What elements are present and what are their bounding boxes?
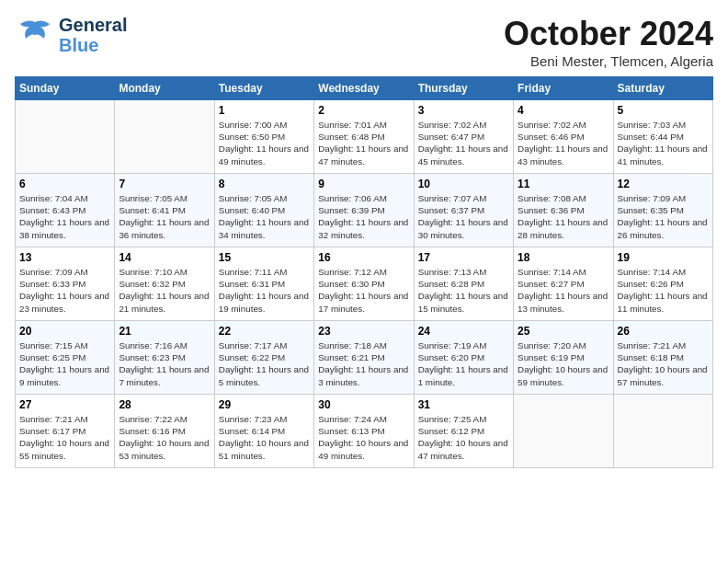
title-block: October 2024 Beni Mester, Tlemcen, Alger…	[504, 15, 713, 69]
calendar-cell: 2Sunrise: 7:01 AM Sunset: 6:48 PM Daylig…	[314, 100, 414, 174]
day-info: Sunrise: 7:00 AM Sunset: 6:50 PM Dayligh…	[219, 119, 310, 167]
day-info: Sunrise: 7:14 AM Sunset: 6:26 PM Dayligh…	[618, 266, 709, 315]
calendar-week-row: 20Sunrise: 7:15 AM Sunset: 6:25 PM Dayli…	[16, 321, 713, 395]
calendar-cell: 13Sunrise: 7:09 AM Sunset: 6:33 PM Dayli…	[16, 247, 115, 321]
day-number: 31	[418, 398, 509, 411]
calendar-cell: 19Sunrise: 7:14 AM Sunset: 6:26 PM Dayli…	[613, 247, 712, 321]
calendar-cell	[16, 100, 115, 174]
calendar-cell: 17Sunrise: 7:13 AM Sunset: 6:28 PM Dayli…	[414, 247, 513, 321]
day-info: Sunrise: 7:03 AM Sunset: 6:44 PM Dayligh…	[618, 119, 709, 167]
calendar-cell: 20Sunrise: 7:15 AM Sunset: 6:25 PM Dayli…	[16, 321, 115, 395]
logo-blue: Blue	[59, 35, 127, 55]
calendar-week-row: 6Sunrise: 7:04 AM Sunset: 6:43 PM Daylig…	[16, 174, 713, 247]
weekday-header-row: SundayMondayTuesdayWednesdayThursdayFrid…	[16, 77, 713, 100]
calendar-cell	[514, 395, 613, 468]
day-info: Sunrise: 7:13 AM Sunset: 6:28 PM Dayligh…	[418, 266, 509, 315]
day-number: 15	[219, 251, 310, 264]
weekday-header: Monday	[115, 77, 214, 100]
day-number: 25	[518, 325, 609, 338]
calendar-cell: 12Sunrise: 7:09 AM Sunset: 6:35 PM Dayli…	[613, 174, 712, 247]
day-info: Sunrise: 7:17 AM Sunset: 6:22 PM Dayligh…	[219, 339, 310, 388]
day-info: Sunrise: 7:05 AM Sunset: 6:41 PM Dayligh…	[119, 192, 210, 241]
month-title: October 2024	[504, 15, 713, 53]
day-info: Sunrise: 7:06 AM Sunset: 6:39 PM Dayligh…	[318, 192, 409, 241]
day-info: Sunrise: 7:12 AM Sunset: 6:30 PM Dayligh…	[318, 266, 409, 315]
calendar-week-row: 27Sunrise: 7:21 AM Sunset: 6:17 PM Dayli…	[16, 395, 713, 468]
day-number: 13	[19, 251, 110, 264]
day-info: Sunrise: 7:24 AM Sunset: 6:13 PM Dayligh…	[318, 413, 409, 462]
logo: General Blue	[15, 15, 127, 55]
day-number: 1	[219, 104, 310, 117]
day-info: Sunrise: 7:21 AM Sunset: 6:17 PM Dayligh…	[19, 413, 110, 462]
day-info: Sunrise: 7:15 AM Sunset: 6:25 PM Dayligh…	[19, 339, 110, 388]
day-info: Sunrise: 7:25 AM Sunset: 6:12 PM Dayligh…	[418, 413, 509, 462]
day-info: Sunrise: 7:02 AM Sunset: 6:46 PM Dayligh…	[518, 119, 609, 167]
calendar-cell	[613, 395, 712, 468]
day-info: Sunrise: 7:05 AM Sunset: 6:40 PM Dayligh…	[219, 192, 310, 241]
day-number: 5	[618, 104, 709, 117]
day-number: 19	[618, 251, 709, 264]
day-number: 24	[418, 325, 509, 338]
calendar-cell: 9Sunrise: 7:06 AM Sunset: 6:39 PM Daylig…	[314, 174, 414, 247]
day-number: 7	[119, 178, 210, 190]
weekday-header: Sunday	[16, 77, 115, 100]
day-number: 11	[518, 178, 609, 190]
calendar-cell: 26Sunrise: 7:21 AM Sunset: 6:18 PM Dayli…	[613, 321, 712, 395]
day-number: 30	[318, 398, 409, 411]
day-number: 2	[318, 104, 409, 117]
weekday-header: Thursday	[414, 77, 513, 100]
day-number: 3	[418, 104, 509, 117]
calendar-cell	[115, 100, 214, 174]
calendar-cell: 16Sunrise: 7:12 AM Sunset: 6:30 PM Dayli…	[314, 247, 414, 321]
day-number: 14	[119, 251, 210, 264]
day-number: 8	[219, 178, 310, 190]
calendar-cell: 1Sunrise: 7:00 AM Sunset: 6:50 PM Daylig…	[214, 100, 313, 174]
calendar-cell: 10Sunrise: 7:07 AM Sunset: 6:37 PM Dayli…	[414, 174, 513, 247]
day-number: 17	[418, 251, 509, 264]
day-info: Sunrise: 7:23 AM Sunset: 6:14 PM Dayligh…	[219, 413, 310, 462]
day-info: Sunrise: 7:02 AM Sunset: 6:47 PM Dayligh…	[418, 119, 509, 167]
day-info: Sunrise: 7:10 AM Sunset: 6:32 PM Dayligh…	[119, 266, 210, 315]
calendar-cell: 6Sunrise: 7:04 AM Sunset: 6:43 PM Daylig…	[16, 174, 115, 247]
day-info: Sunrise: 7:14 AM Sunset: 6:27 PM Dayligh…	[518, 266, 609, 315]
calendar-cell: 15Sunrise: 7:11 AM Sunset: 6:31 PM Dayli…	[214, 247, 313, 321]
day-number: 4	[518, 104, 609, 117]
day-number: 6	[19, 178, 110, 190]
calendar-cell: 27Sunrise: 7:21 AM Sunset: 6:17 PM Dayli…	[16, 395, 115, 468]
calendar-cell: 8Sunrise: 7:05 AM Sunset: 6:40 PM Daylig…	[214, 174, 313, 247]
calendar-cell: 21Sunrise: 7:16 AM Sunset: 6:23 PM Dayli…	[115, 321, 214, 395]
calendar-cell: 11Sunrise: 7:08 AM Sunset: 6:36 PM Dayli…	[514, 174, 613, 247]
day-number: 23	[318, 325, 409, 338]
day-number: 29	[219, 398, 310, 411]
calendar-cell: 30Sunrise: 7:24 AM Sunset: 6:13 PM Dayli…	[314, 395, 414, 468]
day-number: 21	[119, 325, 210, 338]
location: Beni Mester, Tlemcen, Algeria	[504, 53, 713, 69]
day-info: Sunrise: 7:21 AM Sunset: 6:18 PM Dayligh…	[618, 339, 709, 388]
day-info: Sunrise: 7:09 AM Sunset: 6:33 PM Dayligh…	[19, 266, 110, 315]
calendar-cell: 24Sunrise: 7:19 AM Sunset: 6:20 PM Dayli…	[414, 321, 513, 395]
logo-general: General	[59, 15, 127, 35]
day-number: 10	[418, 178, 509, 190]
calendar-cell: 29Sunrise: 7:23 AM Sunset: 6:14 PM Dayli…	[214, 395, 313, 468]
day-number: 28	[119, 398, 210, 411]
weekday-header: Friday	[514, 77, 613, 100]
day-info: Sunrise: 7:08 AM Sunset: 6:36 PM Dayligh…	[518, 192, 609, 241]
calendar-cell: 18Sunrise: 7:14 AM Sunset: 6:27 PM Dayli…	[514, 247, 613, 321]
calendar-cell: 23Sunrise: 7:18 AM Sunset: 6:21 PM Dayli…	[314, 321, 414, 395]
calendar-table: SundayMondayTuesdayWednesdayThursdayFrid…	[15, 76, 713, 468]
calendar-cell: 7Sunrise: 7:05 AM Sunset: 6:41 PM Daylig…	[115, 174, 214, 247]
day-info: Sunrise: 7:01 AM Sunset: 6:48 PM Dayligh…	[318, 119, 409, 167]
day-info: Sunrise: 7:19 AM Sunset: 6:20 PM Dayligh…	[418, 339, 509, 388]
weekday-header: Wednesday	[314, 77, 414, 100]
day-info: Sunrise: 7:20 AM Sunset: 6:19 PM Dayligh…	[518, 339, 609, 388]
calendar-week-row: 1Sunrise: 7:00 AM Sunset: 6:50 PM Daylig…	[16, 100, 713, 174]
weekday-header: Saturday	[613, 77, 712, 100]
day-number: 12	[618, 178, 709, 190]
calendar-cell: 4Sunrise: 7:02 AM Sunset: 6:46 PM Daylig…	[514, 100, 613, 174]
calendar-cell: 14Sunrise: 7:10 AM Sunset: 6:32 PM Dayli…	[115, 247, 214, 321]
day-info: Sunrise: 7:22 AM Sunset: 6:16 PM Dayligh…	[119, 413, 210, 462]
day-info: Sunrise: 7:04 AM Sunset: 6:43 PM Dayligh…	[19, 192, 110, 241]
weekday-header: Tuesday	[214, 77, 313, 100]
calendar-cell: 28Sunrise: 7:22 AM Sunset: 6:16 PM Dayli…	[115, 395, 214, 468]
day-number: 27	[19, 398, 110, 411]
